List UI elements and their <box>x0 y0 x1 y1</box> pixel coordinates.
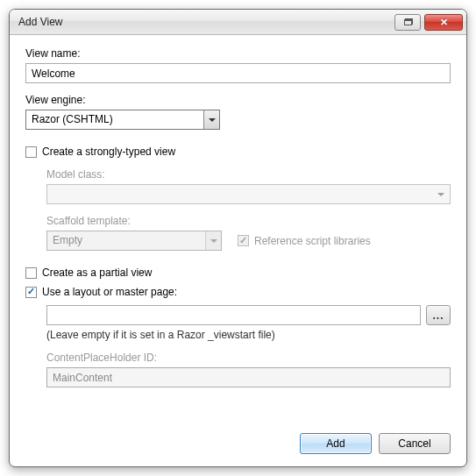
reference-scripts-row: Reference script libraries <box>238 235 371 247</box>
close-icon: ✕ <box>440 17 448 28</box>
maximize-button[interactable] <box>394 14 421 31</box>
dialog-body: View name: View engine: Razor (CSHTML) C… <box>10 35 466 466</box>
chevron-down-icon <box>437 193 444 196</box>
close-button[interactable]: ✕ <box>424 14 463 31</box>
add-button-label: Add <box>326 437 345 450</box>
cancel-button-label: Cancel <box>398 437 430 450</box>
use-layout-row[interactable]: Use a layout or master page: <box>25 286 451 298</box>
scaffold-dropdown-button <box>205 231 221 250</box>
view-engine-label: View engine: <box>25 94 451 106</box>
use-layout-checkbox[interactable] <box>25 287 37 298</box>
scaffold-template-value: Empty <box>47 231 205 250</box>
add-button[interactable]: Add <box>300 433 372 454</box>
add-view-dialog: Add View ✕ View name: View engine: Razor… <box>9 9 467 467</box>
maximize-icon <box>404 19 412 25</box>
partial-view-label: Create as a partial view <box>42 266 152 279</box>
model-class-label: Model class: <box>46 168 451 181</box>
window-controls: ✕ <box>394 14 463 31</box>
chevron-down-icon <box>209 118 216 122</box>
view-engine-value: Razor (CSHTML) <box>26 110 203 129</box>
button-bar: Add Cancel <box>25 423 451 454</box>
strongly-typed-row[interactable]: Create a strongly-typed view <box>25 146 451 158</box>
strongly-typed-checkbox[interactable] <box>25 146 37 158</box>
view-engine-dropdown-button[interactable] <box>203 110 219 129</box>
placeholder-id-input <box>46 367 451 387</box>
strongly-typed-label: Create a strongly-typed view <box>42 146 175 158</box>
ellipsis-icon: ... <box>432 309 444 322</box>
strongly-typed-section: Model class: Scaffold template: Empty Re… <box>46 168 451 251</box>
partial-view-checkbox[interactable] <box>25 267 37 279</box>
layout-path-input[interactable] <box>46 305 421 325</box>
reference-scripts-label: Reference script libraries <box>254 235 371 247</box>
partial-view-row[interactable]: Create as a partial view <box>25 266 451 279</box>
use-layout-label: Use a layout or master page: <box>42 286 177 298</box>
view-name-label: View name: <box>25 47 451 60</box>
scaffold-template-combo: Empty <box>46 231 222 251</box>
view-engine-combo[interactable]: Razor (CSHTML) <box>25 110 220 130</box>
titlebar: Add View ✕ <box>10 10 466 35</box>
browse-button[interactable]: ... <box>426 305 451 325</box>
view-name-input[interactable] <box>25 63 451 83</box>
model-class-combo <box>46 184 451 204</box>
window-title: Add View <box>18 16 394 28</box>
placeholder-id-label: ContentPlaceHolder ID: <box>46 352 451 364</box>
layout-hint: (Leave empty if it is set in a Razor _vi… <box>46 329 451 341</box>
reference-scripts-checkbox <box>238 235 249 246</box>
cancel-button[interactable]: Cancel <box>379 433 451 454</box>
scaffold-template-label: Scaffold template: <box>46 215 451 227</box>
chevron-down-icon <box>210 239 217 243</box>
layout-section: ... (Leave empty if it is set in a Razor… <box>46 305 451 387</box>
